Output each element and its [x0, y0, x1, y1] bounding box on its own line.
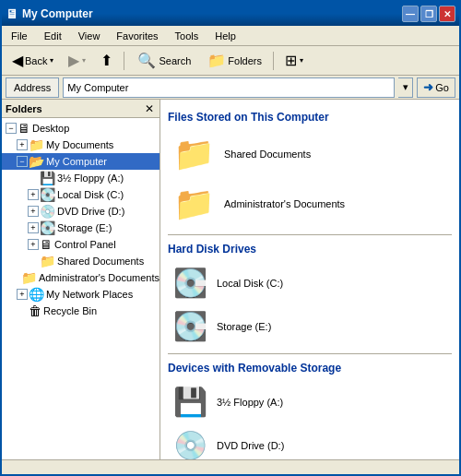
tree-item-control[interactable]: + Control Panel — [2, 236, 160, 253]
toolbar-sep-2 — [273, 52, 274, 70]
file-item-dvd[interactable]: 💿 DVD Drive (D:) — [168, 425, 452, 459]
search-icon: 🔍 — [137, 52, 156, 69]
file-item-localc[interactable]: 💽 Local Disk (C:) — [168, 263, 452, 303]
menu-file[interactable]: File — [6, 29, 33, 43]
up-icon: ⬆ — [100, 52, 112, 69]
recycle-icon — [29, 303, 41, 318]
file-item-shareddocs[interactable]: 📁 Shared Documents — [168, 131, 452, 177]
expand-localc[interactable]: + — [28, 189, 39, 200]
toolbar: ◀ Back ▾ ▶ ▾ ⬆ 🔍 Search 📁 Folders ⊞ ▾ — [2, 46, 459, 76]
shareddocs-icon — [40, 254, 55, 268]
folders-button[interactable]: 📁 Folders — [201, 49, 268, 73]
window-icon: 🖥 — [6, 6, 18, 21]
back-dropdown-icon: ▾ — [50, 56, 53, 65]
tree-label-floppy: 3½ Floppy (A:) — [57, 173, 124, 184]
expand-dvd[interactable]: + — [28, 206, 39, 217]
search-button[interactable]: 🔍 Search — [129, 49, 199, 73]
tree-label-admindocs: Administrator's Documents — [39, 272, 160, 283]
file-item-floppy[interactable]: 💾 3½ Floppy (A:) — [168, 382, 452, 422]
mydocs-icon — [29, 137, 44, 152]
back-icon: ◀ — [12, 52, 23, 69]
expand-mydocs[interactable]: + — [17, 139, 28, 150]
up-button[interactable]: ⬆ — [94, 49, 119, 73]
tree-item-shareddocs[interactable]: Shared Documents — [2, 253, 160, 269]
tree-label-shareddocs: Shared Documents — [57, 256, 144, 267]
main-area: Folders ✕ − Desktop + My Documents — [2, 100, 459, 459]
tree-item-floppy[interactable]: 3½ Floppy (A:) — [2, 170, 160, 186]
expand-mycomputer[interactable]: − — [17, 156, 28, 167]
storagee-large-icon: 💽 — [173, 310, 207, 342]
menu-view[interactable]: View — [73, 29, 106, 43]
file-item-admindocs[interactable]: 📁 Administrator's Documents — [168, 181, 452, 227]
forward-icon: ▶ — [68, 52, 79, 69]
folders-tree[interactable]: − Desktop + My Documents − — [2, 118, 160, 459]
control-icon — [40, 237, 53, 252]
menu-edit[interactable]: Edit — [39, 29, 67, 43]
file-label-admindocs: Administrator's Documents — [224, 198, 345, 209]
expand-shareddocs — [28, 256, 39, 267]
menu-tools[interactable]: Tools — [170, 29, 205, 43]
tree-label-mydocs: My Documents — [46, 139, 113, 150]
tree-item-mydocs[interactable]: + My Documents — [2, 137, 160, 153]
file-label-shareddocs: Shared Documents — [224, 149, 311, 160]
restore-button[interactable]: ❐ — [420, 6, 437, 22]
localc-icon — [40, 187, 55, 202]
address-bar: Address My Computer ▾ ➜ Go — [2, 76, 459, 100]
expand-control[interactable]: + — [28, 239, 39, 250]
menu-help[interactable]: Help — [209, 29, 242, 43]
folders-header-label: Folders — [6, 103, 42, 114]
address-value: My Computer — [67, 82, 128, 93]
mycomputer-icon — [29, 154, 44, 169]
tree-label-localc: Local Disk (C:) — [57, 189, 124, 200]
tree-item-localc[interactable]: + Local Disk (C:) — [2, 186, 160, 203]
tree-label-dvd: DVD Drive (D:) — [57, 206, 124, 217]
forward-button[interactable]: ▶ ▾ — [62, 49, 92, 73]
tree-item-network[interactable]: + My Network Places — [2, 286, 160, 303]
tree-item-dvd[interactable]: + DVD Drive (D:) — [2, 203, 160, 220]
views-dropdown-icon: ▾ — [300, 56, 303, 65]
folders-icon: 📁 — [207, 52, 226, 69]
floppy-icon — [40, 171, 55, 185]
close-button[interactable]: ✕ — [439, 6, 455, 22]
views-button[interactable]: ⊞ ▾ — [278, 49, 310, 73]
section-title-removable: Devices with Removable Storage — [168, 362, 452, 375]
tree-label-network: My Network Places — [46, 289, 133, 300]
go-button[interactable]: ➜ Go — [417, 77, 455, 98]
address-input[interactable]: My Computer — [63, 77, 395, 98]
divider-2 — [168, 353, 452, 354]
expand-recycle — [17, 305, 28, 316]
expand-desktop[interactable]: − — [6, 123, 17, 134]
menu-favorites[interactable]: Favorites — [111, 29, 163, 43]
dvd-large-icon: 💿 — [173, 429, 207, 459]
file-item-storagee[interactable]: 💽 Storage (E:) — [168, 306, 452, 346]
tree-item-desktop[interactable]: − Desktop — [2, 120, 160, 137]
dvd-icon — [40, 204, 55, 219]
tree-item-mycomputer[interactable]: − My Computer — [2, 153, 160, 170]
expand-storage[interactable]: + — [28, 222, 39, 233]
tree-label-control: Control Panel — [54, 239, 116, 250]
window-controls: — ❐ ✕ — [402, 6, 455, 22]
menu-bar: File Edit View Favorites Tools Help — [2, 26, 459, 46]
file-label-dvd: DVD Drive (D:) — [217, 440, 284, 451]
expand-network[interactable]: + — [17, 289, 28, 300]
localc-large-icon: 💽 — [173, 267, 207, 299]
minimize-button[interactable]: — — [402, 6, 419, 22]
tree-item-recycle[interactable]: Recycle Bin — [2, 303, 160, 319]
network-icon — [29, 287, 44, 302]
tree-label-recycle: Recycle Bin — [43, 305, 97, 316]
folders-panel: Folders ✕ − Desktop + My Documents — [2, 100, 160, 459]
section-title-harddisk: Hard Disk Drives — [168, 243, 452, 256]
tree-item-storage[interactable]: + Storage (E:) — [2, 220, 160, 236]
tree-item-admindocs[interactable]: Administrator's Documents — [2, 269, 160, 286]
tree-label-storage: Storage (E:) — [57, 222, 112, 233]
window-title: My Computer — [22, 7, 402, 20]
files-panel: Files Stored on This Computer 📁 Shared D… — [160, 100, 459, 459]
folders-close-button[interactable]: ✕ — [143, 102, 156, 115]
tree-label-desktop: Desktop — [32, 123, 69, 134]
address-dropdown[interactable]: ▾ — [398, 77, 413, 98]
back-button[interactable]: ◀ Back ▾ — [6, 49, 60, 73]
tree-label-mycomputer: My Computer — [46, 156, 107, 167]
desktop-icon — [18, 121, 30, 136]
expand-admindocs — [9, 272, 20, 283]
back-label: Back — [25, 55, 47, 66]
